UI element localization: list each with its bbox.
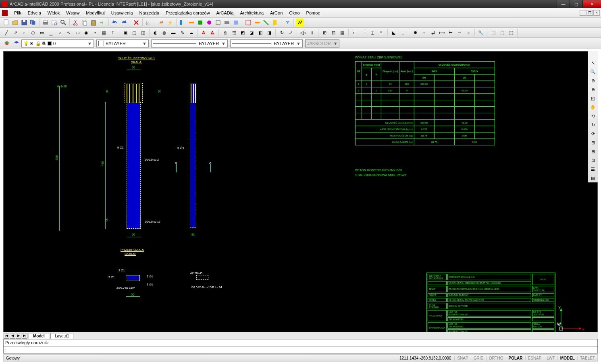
xref-icon[interactable]: ◫ [139, 29, 147, 37]
dim5-icon[interactable]: ⊣ [455, 29, 464, 37]
join-icon[interactable]: ⫯ [377, 29, 385, 37]
tab-layout1[interactable]: Layout1 [50, 333, 74, 339]
chamfer-icon[interactable]: ◣ [390, 29, 398, 37]
pan-icon[interactable]: ✋ [589, 103, 597, 111]
undo-icon[interactable] [111, 19, 119, 27]
help-icon[interactable]: ? [283, 19, 291, 27]
dim3-icon[interactable]: ⟷ [438, 29, 446, 37]
tool5-icon[interactable] [214, 19, 222, 27]
tool2-icon[interactable] [187, 19, 195, 27]
exp3-icon[interactable]: ⬚ [507, 29, 515, 37]
tool9-icon[interactable] [253, 19, 261, 27]
scale-icon[interactable]: ⤢ [287, 29, 295, 37]
menu-wstaw[interactable]: Wstaw [63, 10, 83, 16]
revcloud-icon[interactable]: ☁ [187, 29, 195, 37]
fillet-icon[interactable]: ◟ [399, 29, 407, 37]
point-icon[interactable]: • [91, 29, 99, 37]
text-icon[interactable]: A [200, 29, 208, 37]
redraw-icon[interactable]: ⟳ [589, 130, 597, 138]
mtext-icon[interactable]: T [109, 29, 117, 37]
save-icon[interactable] [20, 19, 28, 27]
tab-prev[interactable]: ◀ [10, 333, 15, 339]
tool8-icon[interactable] [244, 19, 252, 27]
arc-icon[interactable]: ‿ [47, 29, 55, 37]
menu-narzedzia[interactable]: Narzędzia [136, 10, 163, 16]
mod2-icon[interactable]: ⇶ [230, 29, 238, 37]
insert-icon[interactable]: ▢ [130, 29, 138, 37]
menu-okno[interactable]: Okno [286, 10, 303, 16]
array-icon[interactable]: ⊞ [320, 29, 329, 37]
command-bar[interactable]: Przeciwległy narożnik: : [3, 339, 598, 354]
polygon-icon[interactable]: ⬠ [29, 29, 37, 37]
region-icon[interactable]: ◐ [152, 29, 160, 37]
extend-icon[interactable]: ⊐ [360, 29, 368, 37]
print-preview-icon[interactable] [50, 19, 58, 27]
tab-model[interactable]: Model [29, 333, 49, 339]
lineweight-select[interactable]: BYLAYER ▼ [230, 39, 303, 48]
props-icon[interactable]: ☰ [589, 165, 597, 173]
tab-last[interactable]: ▶| [22, 333, 27, 339]
trim-icon[interactable]: ⊏ [351, 29, 359, 37]
menu-plik[interactable]: Plik [11, 10, 25, 16]
orbit-icon[interactable]: ⟲ [589, 112, 597, 120]
zoom-all-icon[interactable]: ◱ [589, 94, 597, 102]
tool4-icon[interactable] [205, 19, 213, 27]
mode-grid[interactable]: GRID [471, 356, 486, 360]
mtext2-icon[interactable]: A [208, 29, 216, 37]
redo-icon[interactable] [120, 19, 128, 27]
command-prompt[interactable]: : [4, 346, 597, 353]
copy-icon[interactable] [81, 19, 89, 27]
explode-icon[interactable]: ✸ [411, 29, 419, 37]
tab-first[interactable]: |◀ [4, 333, 9, 339]
mode-tablet[interactable]: TABLET [577, 356, 597, 360]
cut-icon[interactable] [72, 19, 80, 27]
mode-ortho[interactable]: ORTHO [486, 356, 506, 360]
menu-widok[interactable]: Widok [44, 10, 63, 16]
menu-modyfikuj[interactable]: Modyfikuj [83, 10, 108, 16]
zoom-ext-icon[interactable]: ⊕ [589, 77, 597, 85]
menu-pomoc[interactable]: Pomoc [303, 10, 323, 16]
menu-ustawienia[interactable]: Ustawienia [108, 10, 136, 16]
donut-icon[interactable]: ◉ [82, 29, 90, 37]
tool7-icon[interactable] [232, 19, 240, 27]
array3-icon[interactable]: ▦ [338, 29, 346, 37]
mod5-icon[interactable]: ◧ [256, 29, 264, 37]
exp1-icon[interactable]: ⬚ [489, 29, 497, 37]
mode-lwt[interactable]: LWT [544, 356, 557, 360]
close-button[interactable]: ✕ [582, 0, 601, 8]
linetype-select[interactable]: BYLAYER ▼ [151, 39, 228, 48]
polyline-icon[interactable]: ⌐ [20, 29, 28, 37]
dim6-icon[interactable]: ⟐ [464, 29, 472, 37]
find-icon[interactable] [59, 19, 67, 27]
regen-icon[interactable]: ↻ [589, 121, 597, 129]
vp3-icon[interactable]: ⊡ [589, 156, 597, 164]
menu-przegladarka[interactable]: Przeglądarka obrazów [162, 10, 213, 16]
delete-icon[interactable] [132, 19, 140, 27]
explorer-icon[interactable]: 🗲 [157, 19, 165, 27]
exp2-icon[interactable]: ⬚ [498, 29, 506, 37]
menu-architektura[interactable]: Architektura [237, 10, 267, 16]
layer-select[interactable]: 💡 ☀ 🔒 🖶 0 ▼ [21, 39, 94, 48]
trace-icon[interactable]: ▬ [169, 29, 177, 37]
layers2-icon[interactable] [12, 39, 21, 48]
offset-icon[interactable]: ⫴ [308, 29, 316, 37]
tool1-icon[interactable] [179, 19, 187, 27]
ucs-icon[interactable] [145, 19, 153, 27]
spline-icon[interactable]: ∿ [64, 29, 73, 37]
new-icon[interactable] [2, 19, 10, 27]
open-icon[interactable] [11, 19, 19, 27]
block-icon[interactable]: ▣ [121, 29, 129, 37]
menu-arcadia[interactable]: ArCADia [213, 10, 237, 16]
rotate-icon[interactable]: ↻ [278, 29, 286, 37]
run-icon[interactable]: 🗲 [296, 19, 304, 27]
maximize-button[interactable]: ▢ [570, 0, 582, 8]
ray-icon[interactable]: ↗ [11, 29, 19, 37]
mode-model[interactable]: MODEL [557, 356, 577, 360]
mode-esnap[interactable]: ESNAP [525, 356, 544, 360]
color-select[interactable]: BYLAYER ▼ [96, 39, 149, 48]
array2-icon[interactable]: ⊡ [329, 29, 337, 37]
sketch-icon[interactable]: ✎ [178, 29, 186, 37]
zoom-win-icon[interactable]: 🔍 [589, 68, 597, 76]
minimize-button[interactable]: — [557, 0, 570, 8]
mode-polar[interactable]: POLAR [506, 356, 525, 360]
